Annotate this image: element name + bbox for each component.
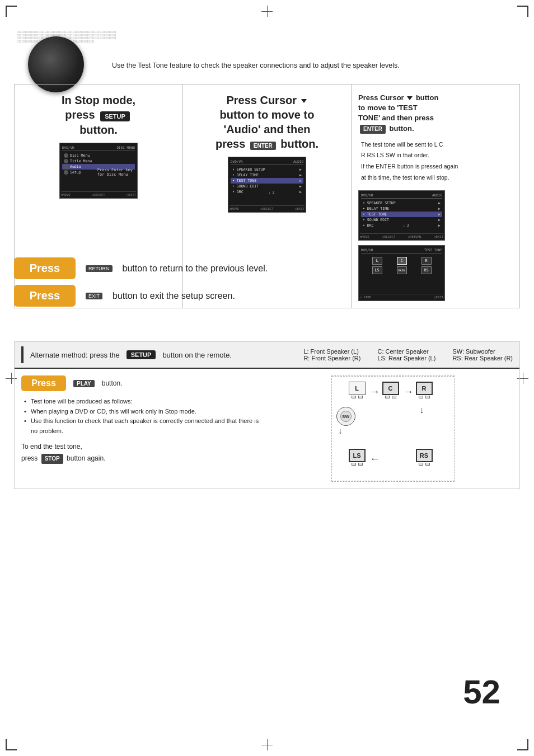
enter-badge: ENTER (250, 142, 276, 150)
arrow-L-C: → (370, 386, 380, 398)
arrow-LS: ← (370, 453, 380, 465)
col1-title: In Stop mode, press SETUP button. (62, 93, 135, 137)
speaker-key-SW: SW: Subwoofer (452, 348, 513, 355)
intro-text: Use the Test Tone feature to check the s… (112, 62, 517, 69)
speaker-key-R: R: Front Speaker (R) (303, 355, 360, 361)
press-section: Press RETURN button to return to the pre… (14, 257, 520, 312)
diagram-speaker-RS: RS (416, 449, 433, 466)
end-tone-text: To end the test tone, press STOP button … (21, 442, 261, 464)
alt-header-text2: button on the remote. (162, 351, 232, 359)
alt-setup-badge: SETUP (127, 350, 156, 359)
speaker-key-left: L: Front Speaker (L) R: Front Speaker (R… (303, 348, 360, 361)
screen-row: • SPEAKER SETUP▶ (231, 167, 303, 172)
col1-screen: DVD/VR DISC MENU Disc Menu Title Menu Au… (59, 143, 138, 199)
screen-row-selected: • TEST TONE▶ (231, 178, 303, 184)
alt-content: Press PLAY button. Test tone will be pro… (15, 369, 519, 489)
exit-badge: EXIT (86, 293, 102, 299)
press-exit-badge: Press (14, 285, 76, 307)
diagram-speaker-SW: SW (336, 407, 355, 426)
screen-header: DVD/VR AUDIO (231, 159, 303, 165)
speaker-key-L: L: Front Speaker (L) (303, 348, 360, 355)
screen-row: • SOUND EDIT▶ (361, 217, 442, 223)
bullet-item-1: Test tone will be produced as follows: (24, 397, 261, 407)
screen-row: • DELAY TIME▶ (361, 206, 442, 212)
diagram-speaker-L: L (349, 382, 366, 398)
speaker-box-R: R (416, 382, 433, 395)
cursor-down-icon (407, 96, 413, 100)
alt-button-label: button. (102, 379, 123, 387)
speaker-box-LS: LS (349, 449, 366, 462)
col2-screen: DVD/VR AUDIO • SPEAKER SETUP▶ • DELAY TI… (228, 157, 306, 213)
corner-mark-bl (6, 739, 17, 750)
press-exit-label: button to exit the setup screen. (113, 291, 235, 301)
arrow-C-R: → (404, 386, 414, 398)
sw-circle: SW (336, 407, 355, 426)
screen-row: Disc Menu (62, 153, 135, 158)
screen-row: • DELAY TIME▶ (231, 172, 303, 178)
diagram-speaker-LS: LS (349, 449, 366, 466)
speaker-box-L: L (349, 382, 366, 395)
diagram-speaker-C: C (382, 382, 399, 398)
screen-row: Setup Press Enter keyfor Disc Menu (62, 170, 135, 175)
alt-header: Alternate method: press the SETUP button… (15, 342, 519, 369)
press-return-label: button to return to the previous level. (123, 264, 268, 274)
speaker-key-LS: LS: Rear Speaker (L) (377, 355, 435, 361)
alternate-section: Alternate method: press the SETUP button… (14, 341, 520, 489)
alt-press-row: Press PLAY button. (21, 375, 261, 391)
arrow-R-down: ↓ (420, 405, 424, 415)
diagram-bottom-border (332, 481, 454, 481)
screen-row: • SPEAKER SETUP▶ (361, 200, 442, 206)
cursor-down-icon (301, 99, 307, 103)
screen-footer: ⊗MOVE□SELECT☑RETURN□EXIT (360, 233, 443, 238)
screen-row: • DRC: 2▶ (231, 189, 303, 195)
corner-mark-br (517, 739, 528, 750)
screen-row: Title Menu (62, 158, 135, 164)
bullet-item-3: Use this function to check that each spe… (24, 416, 261, 436)
speaker-box-C: C (382, 382, 399, 395)
corner-mark-tr (517, 6, 528, 17)
crosshair-top (261, 6, 273, 17)
screen-row-selected: • TEST TONE▶ (361, 212, 442, 217)
sw-inner: SW (340, 411, 352, 422)
screen-row: • DRC: 2▶ (361, 223, 442, 228)
screen-row: • SOUND EDIT▶ (231, 184, 303, 189)
alt-play-badge: PLAY (73, 380, 95, 387)
arrow-SW-down: ↓ (339, 426, 343, 435)
speaker-key-RS: RS: Rear Speaker (R) (452, 355, 513, 361)
alt-right: L → C → R (273, 375, 513, 482)
press-exit-row: Press EXIT button to exit the setup scre… (14, 285, 520, 307)
diagram-top-border (332, 376, 454, 377)
screen-header: DVD/VR DISC MENU (62, 145, 135, 151)
speaker-key-C: C: Center Speaker (377, 348, 435, 355)
screen-footer: ⊗MOVE☑SELECT□EXIT (229, 205, 305, 210)
speaker-diagram: L → C → R (331, 375, 455, 482)
col3-bullet-info: The test tone will be sent to L C R RS L… (358, 140, 461, 185)
speaker-key-center: C: Center Speaker LS: Rear Speaker (L) (377, 348, 435, 361)
press-return-row: Press RETURN button to return to the pre… (14, 257, 520, 279)
speaker-key: L: Front Speaker (L) R: Front Speaker (R… (303, 348, 513, 361)
corner-mark-tl (6, 6, 17, 17)
col2-title: Press Cursor button to move to 'Audio' a… (216, 93, 318, 151)
return-badge: RETURN (86, 265, 113, 272)
bullet-item-2: When playing a DVD or CD, this will work… (24, 407, 261, 417)
col3-screen1: DVD/VR AUDIO • SPEAKER SETUP▶ • DELAY TI… (358, 190, 445, 241)
alt-press-badge: Press (21, 375, 66, 391)
alt-bullet-list: Test tone will be produced as follows: W… (21, 397, 261, 436)
page-number: 52 (463, 673, 500, 711)
alt-header-text1: Alternate method: press the (30, 351, 120, 359)
col3-title: Press Cursor button to move to 'TEST TON… (358, 93, 438, 135)
diagram-speaker-R: R (416, 382, 433, 398)
setup-badge: SETUP (100, 111, 130, 121)
screen-footer: ⊗MOVE☑SELECT□EXIT (61, 191, 136, 196)
alt-header-border (21, 346, 24, 363)
press-return-badge: Press (14, 257, 76, 279)
screen-header: DVD/VR AUDIO (361, 193, 442, 199)
crosshair-bottom (261, 739, 273, 750)
enter-badge: ENTER (360, 125, 386, 134)
alt-left: Press PLAY button. Test tone will be pro… (21, 375, 261, 482)
speaker-box-RS: RS (416, 449, 433, 462)
stop-badge: STOP (41, 454, 63, 464)
tt-screen-header: DVD/VR TEST TONE (361, 248, 442, 253)
speaker-key-right: SW: Subwoofer RS: Rear Speaker (R) (452, 348, 513, 361)
